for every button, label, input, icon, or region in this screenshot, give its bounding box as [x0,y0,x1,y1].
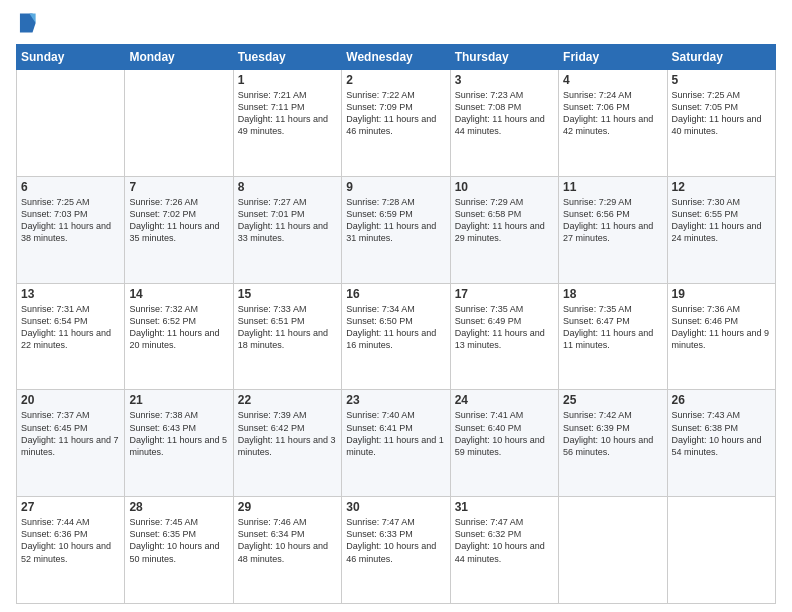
day-info: Sunrise: 7:22 AM Sunset: 7:09 PM Dayligh… [346,89,445,138]
calendar-cell: 23Sunrise: 7:40 AM Sunset: 6:41 PM Dayli… [342,390,450,497]
day-number: 28 [129,500,228,514]
day-info: Sunrise: 7:31 AM Sunset: 6:54 PM Dayligh… [21,303,120,352]
day-number: 25 [563,393,662,407]
calendar-cell: 7Sunrise: 7:26 AM Sunset: 7:02 PM Daylig… [125,176,233,283]
calendar-cell: 20Sunrise: 7:37 AM Sunset: 6:45 PM Dayli… [17,390,125,497]
day-info: Sunrise: 7:25 AM Sunset: 7:03 PM Dayligh… [21,196,120,245]
day-info: Sunrise: 7:34 AM Sunset: 6:50 PM Dayligh… [346,303,445,352]
logo-icon [18,12,36,34]
day-number: 27 [21,500,120,514]
calendar-cell: 22Sunrise: 7:39 AM Sunset: 6:42 PM Dayli… [233,390,341,497]
day-number: 23 [346,393,445,407]
day-info: Sunrise: 7:37 AM Sunset: 6:45 PM Dayligh… [21,409,120,458]
calendar-cell: 15Sunrise: 7:33 AM Sunset: 6:51 PM Dayli… [233,283,341,390]
weekday-header-tuesday: Tuesday [233,45,341,70]
weekday-header-saturday: Saturday [667,45,775,70]
day-number: 5 [672,73,771,87]
week-row-4: 20Sunrise: 7:37 AM Sunset: 6:45 PM Dayli… [17,390,776,497]
day-info: Sunrise: 7:28 AM Sunset: 6:59 PM Dayligh… [346,196,445,245]
calendar-cell: 19Sunrise: 7:36 AM Sunset: 6:46 PM Dayli… [667,283,775,390]
calendar-cell: 9Sunrise: 7:28 AM Sunset: 6:59 PM Daylig… [342,176,450,283]
day-info: Sunrise: 7:41 AM Sunset: 6:40 PM Dayligh… [455,409,554,458]
weekday-header-row: SundayMondayTuesdayWednesdayThursdayFrid… [17,45,776,70]
day-number: 31 [455,500,554,514]
day-number: 1 [238,73,337,87]
day-number: 30 [346,500,445,514]
day-info: Sunrise: 7:35 AM Sunset: 6:49 PM Dayligh… [455,303,554,352]
day-number: 16 [346,287,445,301]
weekday-header-wednesday: Wednesday [342,45,450,70]
calendar-cell: 1Sunrise: 7:21 AM Sunset: 7:11 PM Daylig… [233,70,341,177]
calendar-cell: 27Sunrise: 7:44 AM Sunset: 6:36 PM Dayli… [17,497,125,604]
week-row-3: 13Sunrise: 7:31 AM Sunset: 6:54 PM Dayli… [17,283,776,390]
calendar-cell: 8Sunrise: 7:27 AM Sunset: 7:01 PM Daylig… [233,176,341,283]
day-info: Sunrise: 7:29 AM Sunset: 6:56 PM Dayligh… [563,196,662,245]
day-info: Sunrise: 7:47 AM Sunset: 6:32 PM Dayligh… [455,516,554,565]
calendar-cell [559,497,667,604]
calendar-table: SundayMondayTuesdayWednesdayThursdayFrid… [16,44,776,604]
calendar-cell: 17Sunrise: 7:35 AM Sunset: 6:49 PM Dayli… [450,283,558,390]
calendar-cell: 26Sunrise: 7:43 AM Sunset: 6:38 PM Dayli… [667,390,775,497]
day-info: Sunrise: 7:25 AM Sunset: 7:05 PM Dayligh… [672,89,771,138]
day-number: 15 [238,287,337,301]
day-number: 26 [672,393,771,407]
calendar-cell: 25Sunrise: 7:42 AM Sunset: 6:39 PM Dayli… [559,390,667,497]
calendar-cell [17,70,125,177]
week-row-1: 1Sunrise: 7:21 AM Sunset: 7:11 PM Daylig… [17,70,776,177]
logo [16,12,40,38]
day-number: 7 [129,180,228,194]
week-row-2: 6Sunrise: 7:25 AM Sunset: 7:03 PM Daylig… [17,176,776,283]
day-number: 18 [563,287,662,301]
day-info: Sunrise: 7:21 AM Sunset: 7:11 PM Dayligh… [238,89,337,138]
day-number: 9 [346,180,445,194]
day-info: Sunrise: 7:23 AM Sunset: 7:08 PM Dayligh… [455,89,554,138]
day-info: Sunrise: 7:42 AM Sunset: 6:39 PM Dayligh… [563,409,662,458]
day-info: Sunrise: 7:45 AM Sunset: 6:35 PM Dayligh… [129,516,228,565]
calendar-cell: 3Sunrise: 7:23 AM Sunset: 7:08 PM Daylig… [450,70,558,177]
day-number: 10 [455,180,554,194]
day-number: 14 [129,287,228,301]
day-info: Sunrise: 7:26 AM Sunset: 7:02 PM Dayligh… [129,196,228,245]
calendar-cell: 11Sunrise: 7:29 AM Sunset: 6:56 PM Dayli… [559,176,667,283]
page: SundayMondayTuesdayWednesdayThursdayFrid… [0,0,792,612]
day-number: 20 [21,393,120,407]
calendar-cell: 12Sunrise: 7:30 AM Sunset: 6:55 PM Dayli… [667,176,775,283]
day-number: 6 [21,180,120,194]
day-info: Sunrise: 7:38 AM Sunset: 6:43 PM Dayligh… [129,409,228,458]
day-number: 17 [455,287,554,301]
calendar-cell: 4Sunrise: 7:24 AM Sunset: 7:06 PM Daylig… [559,70,667,177]
day-number: 8 [238,180,337,194]
day-info: Sunrise: 7:24 AM Sunset: 7:06 PM Dayligh… [563,89,662,138]
calendar-cell: 6Sunrise: 7:25 AM Sunset: 7:03 PM Daylig… [17,176,125,283]
weekday-header-monday: Monday [125,45,233,70]
header [16,12,776,38]
day-number: 2 [346,73,445,87]
day-number: 22 [238,393,337,407]
calendar-cell: 30Sunrise: 7:47 AM Sunset: 6:33 PM Dayli… [342,497,450,604]
calendar-cell: 21Sunrise: 7:38 AM Sunset: 6:43 PM Dayli… [125,390,233,497]
calendar-cell: 2Sunrise: 7:22 AM Sunset: 7:09 PM Daylig… [342,70,450,177]
calendar-cell [125,70,233,177]
day-info: Sunrise: 7:46 AM Sunset: 6:34 PM Dayligh… [238,516,337,565]
day-info: Sunrise: 7:29 AM Sunset: 6:58 PM Dayligh… [455,196,554,245]
day-info: Sunrise: 7:40 AM Sunset: 6:41 PM Dayligh… [346,409,445,458]
calendar-cell: 5Sunrise: 7:25 AM Sunset: 7:05 PM Daylig… [667,70,775,177]
day-info: Sunrise: 7:35 AM Sunset: 6:47 PM Dayligh… [563,303,662,352]
day-number: 13 [21,287,120,301]
calendar-cell: 28Sunrise: 7:45 AM Sunset: 6:35 PM Dayli… [125,497,233,604]
day-info: Sunrise: 7:47 AM Sunset: 6:33 PM Dayligh… [346,516,445,565]
day-info: Sunrise: 7:36 AM Sunset: 6:46 PM Dayligh… [672,303,771,352]
calendar-cell: 31Sunrise: 7:47 AM Sunset: 6:32 PM Dayli… [450,497,558,604]
calendar-cell: 18Sunrise: 7:35 AM Sunset: 6:47 PM Dayli… [559,283,667,390]
day-number: 11 [563,180,662,194]
day-info: Sunrise: 7:27 AM Sunset: 7:01 PM Dayligh… [238,196,337,245]
day-info: Sunrise: 7:30 AM Sunset: 6:55 PM Dayligh… [672,196,771,245]
weekday-header-sunday: Sunday [17,45,125,70]
day-info: Sunrise: 7:44 AM Sunset: 6:36 PM Dayligh… [21,516,120,565]
day-number: 21 [129,393,228,407]
day-number: 19 [672,287,771,301]
day-info: Sunrise: 7:33 AM Sunset: 6:51 PM Dayligh… [238,303,337,352]
day-number: 29 [238,500,337,514]
day-info: Sunrise: 7:32 AM Sunset: 6:52 PM Dayligh… [129,303,228,352]
day-number: 12 [672,180,771,194]
